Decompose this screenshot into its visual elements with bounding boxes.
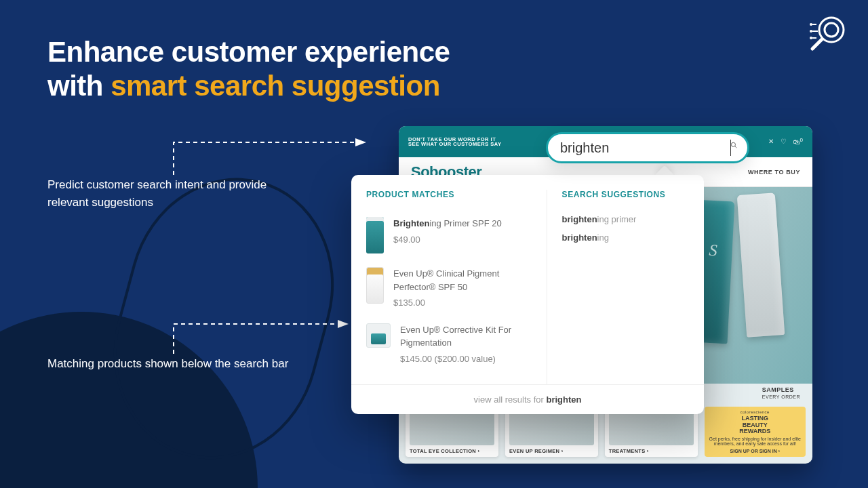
product-thumb (366, 217, 384, 253)
product-price: $49.00 (393, 233, 502, 247)
card-treatments[interactable]: TREATMENTS › (605, 407, 698, 457)
search-input[interactable] (560, 140, 732, 156)
product-matches-column: PRODUCT MATCHES Brightening Primer SPF 2… (351, 190, 547, 384)
svg-point-3 (810, 23, 812, 26)
heart-icon[interactable]: ♡ (781, 138, 787, 145)
search-icon[interactable] (730, 140, 738, 156)
product-title: Even Up® Clinical Pigment Perfector® SPF… (393, 267, 532, 293)
search-tech-icon (806, 12, 849, 56)
svg-point-4 (810, 30, 812, 33)
marketing-slide: Enhance customer experience with smart s… (0, 0, 868, 488)
card-evenup[interactable]: EVEN UP REGIMEN › (505, 407, 598, 457)
headline-line2: with smart search suggestion (47, 69, 450, 103)
svg-line-2 (812, 39, 822, 49)
arrow-to-search (172, 138, 369, 176)
close-icon[interactable]: ✕ (768, 138, 774, 145)
product-result[interactable]: Even Up® Clinical Pigment Perfector® SPF… (366, 260, 532, 317)
product-result[interactable]: Brightening Primer SPF 20 $49.00 (366, 210, 532, 260)
search-suggestions-column: SEARCH SUGGESTIONS brightening primer br… (547, 190, 704, 384)
callout-predict: Predict customer search intent and provi… (47, 176, 305, 212)
product-price: $135.00 (393, 296, 532, 310)
card-eye[interactable]: TOTAL EYE COLLECTION › (406, 407, 498, 457)
topbar-actions: ✕ ♡ 🛍0 (768, 137, 803, 146)
product-title: Even Up® Corrective Kit For Pigmentation (400, 323, 532, 350)
svg-point-5 (810, 37, 812, 39)
announce-line2: SEE WHAT OUR CUSTOMERS SAY (408, 142, 501, 147)
svg-point-6 (732, 143, 736, 147)
product-price: $145.00 ($200.00 value) (400, 352, 532, 366)
samples-label: SAMPLES EVERY ORDER (762, 386, 800, 400)
rewards-promo[interactable]: colorescience LASTING BEAUTY REWARDS Get… (705, 407, 806, 457)
headline-line1: Enhance customer experience (47, 35, 450, 69)
cart-icon[interactable]: 🛍0 (793, 137, 803, 146)
search-dropdown: PRODUCT MATCHES Brightening Primer SPF 2… (351, 175, 704, 414)
nav-where-to-buy[interactable]: WHERE TO BUY (748, 169, 800, 176)
suggestions-header: SEARCH SUGGESTIONS (562, 190, 689, 199)
nav-links: WHERE TO BUY (748, 169, 800, 176)
search-bar[interactable] (546, 132, 749, 163)
suggestion-item[interactable]: brightening (562, 228, 689, 247)
product-title: Brightening Primer SPF 20 (393, 217, 502, 230)
view-all-results[interactable]: view all results for brighten (351, 384, 704, 414)
svg-point-1 (825, 23, 838, 37)
svg-line-7 (735, 146, 737, 148)
suggestion-item[interactable]: brightening primer (562, 210, 689, 228)
headline: Enhance customer experience with smart s… (47, 35, 450, 104)
bottom-row: TOTAL EYE COLLECTION › EVEN UP REGIMEN ›… (406, 407, 806, 457)
product-result[interactable]: Even Up® Corrective Kit For Pigmentation… (366, 317, 532, 373)
callout-matches: Matching products shown below the search… (47, 355, 288, 373)
product-matches-header: PRODUCT MATCHES (366, 190, 532, 199)
product-thumb (366, 267, 384, 304)
product-thumb (366, 323, 391, 348)
